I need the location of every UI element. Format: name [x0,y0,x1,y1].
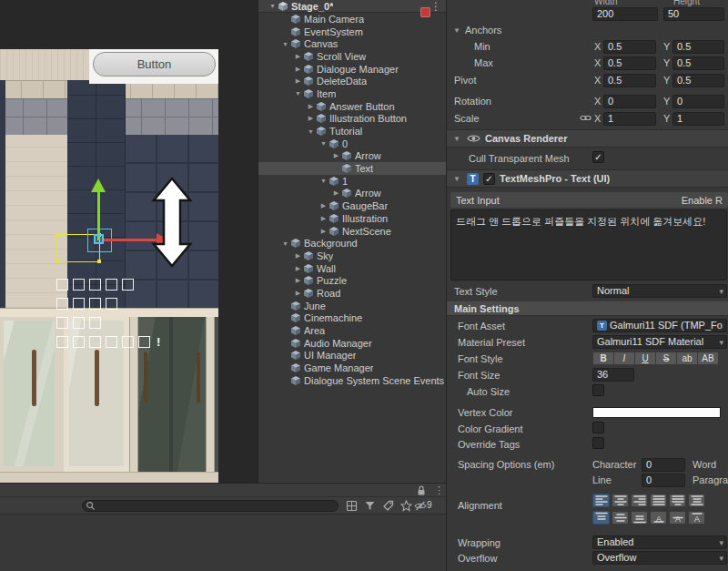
selection-handle[interactable] [97,260,101,263]
selection-handle[interactable] [56,260,59,263]
anchor-max-y-field[interactable]: 0.5 [672,56,724,70]
wrapping-dropdown[interactable]: Enabled ▾ [592,535,727,549]
align-midline-button[interactable]: A [669,511,686,525]
scale-x-field[interactable]: 1 [603,112,656,126]
hierarchy-item-0[interactable]: ▼0 [258,138,446,150]
auto-size-checkbox[interactable] [592,384,604,396]
hierarchy-item-scroll-view[interactable]: ▶Scroll View [258,50,446,63]
hierarchy-scene-header[interactable]: ▼ Stage_0* [258,0,446,13]
hierarchy-item-answer-button[interactable]: ▶Answer Button [258,100,446,113]
hierarchy-item-june[interactable]: June [258,300,446,312]
align-flush-button[interactable] [669,494,686,507]
hierarchy-item-arrow[interactable]: ▶Arrow [258,150,446,163]
align-middle-button[interactable] [612,511,629,525]
line-spacing-field[interactable]: 0 [642,474,685,487]
filter-by-label-icon[interactable] [382,500,394,512]
font-style-ab-button[interactable]: ab [676,352,698,365]
hierarchy-item-ui-manager[interactable]: UI Manager [258,350,446,362]
foldout-closed-icon[interactable]: ▶ [293,265,303,272]
align-capline-button[interactable]: A [688,511,705,525]
enable-rtl-label[interactable]: Enable R [682,195,723,206]
gizmo-x-axis[interactable] [102,239,158,241]
hierarchy-item-game-manager[interactable]: Game Manager [258,362,446,374]
font-size-field[interactable]: 36 [592,368,634,382]
foldout-closed-icon[interactable]: ▶ [293,53,303,60]
foldout-closed-icon[interactable]: ▶ [306,103,316,110]
foldout-closed-icon[interactable]: ▶ [293,290,303,297]
width-field[interactable]: 200 [592,7,658,21]
hierarchy-item-illustration[interactable]: ▶Illustration [258,212,446,225]
foldout-closed-icon[interactable]: ▶ [293,277,303,284]
align-right-button[interactable] [631,494,648,507]
hierarchy-item-sky[interactable]: ▶Sky [258,250,446,262]
foldout-closed-icon[interactable]: ▶ [293,252,303,260]
foldout-open-icon[interactable]: ▼ [280,41,290,47]
overflow-dropdown[interactable]: Overflow ▾ [592,551,727,565]
font-asset-field[interactable]: T Galmuri11 SDF (TMP_Font_A [592,319,727,332]
hierarchy-item-road[interactable]: ▶Road [258,287,446,300]
align-bottom-button[interactable] [631,511,648,525]
pivot-y-field[interactable]: 0.5 [672,74,724,87]
scene-ui-button[interactable]: Button [93,52,216,76]
hierarchy-item-text[interactable]: Text [258,162,446,175]
text-input-bar[interactable]: Text Input Enable R [450,192,728,208]
hierarchy-item-tutorial[interactable]: ▼Tutorial [258,125,446,138]
hierarchy-item-dialogue-manager[interactable]: ▶Dialogue Manager [258,63,446,76]
font-style-ab-button[interactable]: AB [697,352,719,365]
align-justify-button[interactable] [650,494,667,507]
font-style-b-button[interactable]: B [592,352,614,365]
foldout-open-icon[interactable]: ▼ [268,3,278,9]
favorite-star-icon[interactable] [400,500,412,512]
gizmo-y-axis[interactable] [97,191,100,240]
anchor-max-x-field[interactable]: 0.5 [603,56,656,70]
hierarchy-item-wall[interactable]: ▶Wall [258,262,446,275]
hierarchy-item-canvas[interactable]: ▼Canvas [258,37,446,50]
hierarchy-item-arrow[interactable]: ▶Arrow [258,188,446,200]
font-style-i-button[interactable]: I [613,352,635,365]
hierarchy-item-background[interactable]: ▼Background [258,237,446,250]
gizmo-y-arrowhead[interactable] [91,178,106,192]
foldout-open-icon[interactable]: ▼ [453,175,462,183]
search-input[interactable] [82,500,339,512]
font-style-s-button[interactable]: S [655,352,677,365]
filter-by-type-icon[interactable] [364,500,376,512]
hierarchy-item-area[interactable]: Area [258,324,446,337]
text-style-dropdown[interactable]: Normal ▾ [592,284,727,298]
lock-icon[interactable] [416,484,427,496]
font-style-u-button[interactable]: U [634,352,656,365]
foldout-closed-icon[interactable]: ▶ [306,115,316,122]
foldout-closed-icon[interactable]: ▶ [318,202,329,209]
main-settings-header[interactable]: Main Settings [447,301,728,316]
foldout-open-icon[interactable]: ▼ [453,135,462,143]
align-top-button[interactable] [592,511,610,525]
vertex-color-swatch[interactable] [592,407,721,418]
component-enabled-checkbox[interactable]: ✓ [483,173,495,185]
foldout-closed-icon[interactable]: ▶ [318,228,329,235]
hierarchy-item-audio-manager[interactable]: Audio Manager [258,337,446,350]
scale-y-field[interactable]: 1 [672,112,724,126]
anchors-foldout-icon[interactable]: ▼ [453,25,460,36]
foldout-open-icon[interactable]: ▼ [293,90,303,97]
foldout-closed-icon[interactable]: ▶ [331,152,341,159]
color-gradient-checkbox[interactable] [592,422,604,433]
hierarchy-item-eventsystem[interactable]: EventSystem [258,25,446,38]
selection-handle[interactable] [56,233,59,237]
hierarchy-item-deletedata[interactable]: ▶DeleteData [258,75,446,87]
canvas-renderer-header[interactable]: ▼ Canvas Renderer [447,129,728,148]
hidden-visibility-icon[interactable] [414,500,427,512]
align-center-button[interactable] [612,494,629,507]
align-baseline-button[interactable]: A [650,511,667,525]
hierarchy-item-dialogue-system-scene-events[interactable]: Dialogue System Scene Events [258,374,446,387]
hierarchy-item-item[interactable]: ▼Item [258,87,446,100]
hierarchy-item-gaugebar[interactable]: ▶GaugeBar [258,199,446,212]
pivot-x-field[interactable]: 0.5 [603,74,656,87]
cull-transparent-mesh-checkbox[interactable]: ✓ [592,151,604,163]
uniform-scale-link-icon[interactable] [580,112,592,124]
hierarchy-item-puzzle[interactable]: ▶Puzzle [258,274,446,287]
gizmo-center-handle[interactable] [94,234,104,244]
grid-icon[interactable] [346,500,358,512]
material-preset-dropdown[interactable]: Galmuri11 SDF Material ▾ [592,335,727,349]
foldout-closed-icon[interactable]: ▶ [293,77,303,85]
text-value-field[interactable]: 드래그 앤 드롭으로 퍼즐들을 지정된 위치에 옮겨보세요! [450,209,727,280]
project-panel-menu-icon[interactable]: ⋮ [434,484,444,497]
